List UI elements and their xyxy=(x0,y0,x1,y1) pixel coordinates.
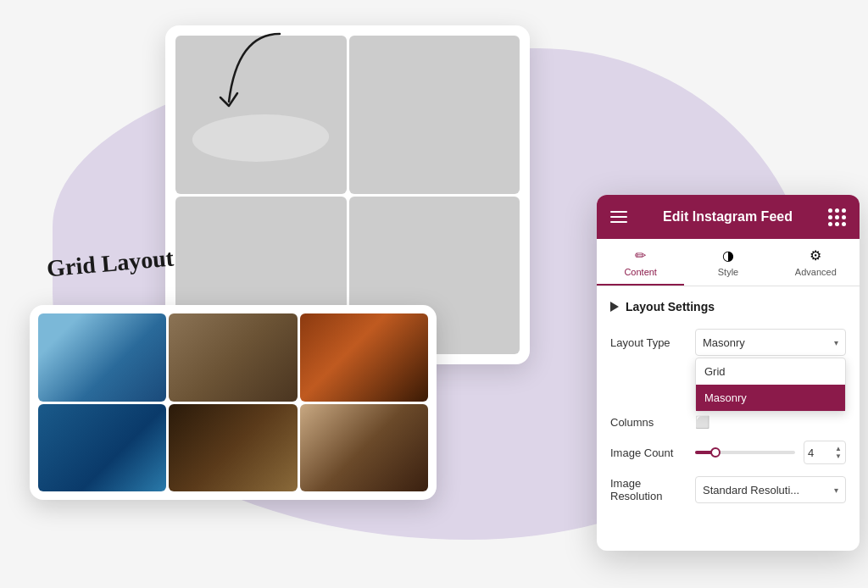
image-count-slider[interactable] xyxy=(695,451,795,454)
image-count-control: 4 ▲ ▼ xyxy=(695,441,846,464)
image-resolution-value: Standard Resoluti... xyxy=(703,484,799,496)
photo-underwater xyxy=(38,404,166,492)
photo-cave-light xyxy=(169,404,297,492)
resolution-chevron-icon: ▾ xyxy=(834,485,838,495)
tab-style-label: Style xyxy=(718,267,738,277)
dropdown-item-masonry[interactable]: Masonry xyxy=(696,385,845,411)
tab-advanced[interactable]: ⚙ Advanced xyxy=(772,239,860,286)
layout-type-value: Masonry xyxy=(703,336,745,349)
panel-body: Layout Settings Layout Type Masonry ▾ Gr… xyxy=(597,286,860,529)
image-count-label: Image Count xyxy=(610,447,695,459)
photo-coffee-cup xyxy=(300,404,428,492)
section-header: Layout Settings xyxy=(610,300,846,313)
columns-row: Columns ⬜ xyxy=(610,415,846,429)
tab-content[interactable]: ✏ Content xyxy=(597,239,684,286)
layout-type-label: Layout Type xyxy=(610,336,695,349)
monitor-icon: ⬜ xyxy=(695,415,709,429)
columns-label: Columns xyxy=(610,416,695,429)
edit-panel: Edit Instagram Feed ✏ Content ◑ Style ⚙ … xyxy=(597,195,860,551)
photo-kayak xyxy=(38,313,166,402)
masonry-grid-card xyxy=(30,305,437,500)
slider-thumb[interactable] xyxy=(710,447,721,458)
content-icon: ✏ xyxy=(635,247,646,263)
image-resolution-select[interactable]: Standard Resoluti... ▾ xyxy=(695,476,846,503)
image-count-value: 4 xyxy=(808,447,814,459)
image-resolution-label: Image Resolution xyxy=(610,477,695,502)
layout-type-chevron-icon: ▾ xyxy=(834,338,838,347)
columns-control: ⬜ xyxy=(695,415,846,429)
section-title: Layout Settings xyxy=(626,300,715,313)
advanced-icon: ⚙ xyxy=(810,247,821,263)
dropdown-item-grid[interactable]: Grid xyxy=(696,358,845,385)
panel-header: Edit Instagram Feed xyxy=(597,195,860,239)
panel-tabs: ✏ Content ◑ Style ⚙ Advanced xyxy=(597,239,860,286)
number-up-arrow[interactable]: ▲ xyxy=(835,446,842,452)
layout-type-select[interactable]: Masonry ▾ xyxy=(695,329,846,356)
tab-style[interactable]: ◑ Style xyxy=(684,239,771,286)
image-count-row: Image Count 4 ▲ ▼ xyxy=(610,441,846,464)
image-resolution-control: Standard Resoluti... ▾ xyxy=(695,476,846,503)
number-down-arrow[interactable]: ▼ xyxy=(835,453,842,460)
layout-type-row: Layout Type Masonry ▾ Grid Masonry xyxy=(610,329,846,356)
photo-paintbrush xyxy=(169,313,297,402)
style-icon: ◑ xyxy=(722,247,734,263)
layout-type-select-wrapper: Masonry ▾ Grid Masonry xyxy=(695,329,846,356)
image-resolution-row: Image Resolution Standard Resoluti... ▾ xyxy=(610,476,846,503)
arrow-icon xyxy=(212,25,348,127)
grid-view-icon[interactable] xyxy=(828,208,846,226)
image-count-input[interactable]: 4 ▲ ▼ xyxy=(804,441,846,464)
photo-cave-orange xyxy=(300,313,428,402)
tab-advanced-label: Advanced xyxy=(795,267,837,277)
tab-content-label: Content xyxy=(624,267,657,277)
hamburger-menu-icon[interactable] xyxy=(610,211,627,223)
panel-title: Edit Instagram Feed xyxy=(627,209,828,225)
photo-artist xyxy=(349,36,520,194)
layout-type-control: Masonry ▾ Grid Masonry xyxy=(695,329,846,356)
section-collapse-icon[interactable] xyxy=(610,302,619,312)
layout-type-dropdown: Grid Masonry xyxy=(695,358,846,412)
number-spinners: ▲ ▼ xyxy=(835,446,842,460)
